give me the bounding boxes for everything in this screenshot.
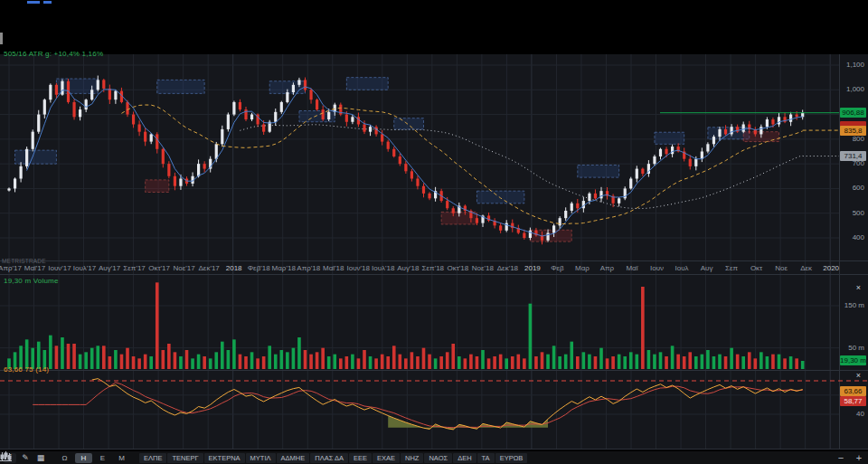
ticker-button-ΔΕΗ[interactable]: ΔΕΗ — [453, 453, 476, 463]
ticker-button-ΤΑ[interactable]: ΤΑ — [477, 453, 495, 463]
rsi-pane-close-icon[interactable]: × — [854, 371, 863, 381]
time-axis-label: 2019 — [519, 264, 546, 272]
price-pane-legend: 505/16 ATR g: +10,4% 1,16% — [4, 50, 103, 58]
time-axis-label: Μαϊ'17 — [22, 264, 49, 272]
ticker-button-ΕΛΠΕ[interactable]: ΕΛΠΕ — [139, 453, 166, 463]
ticker-button-ΝΗΖ[interactable]: ΝΗΖ — [401, 453, 423, 463]
time-axis-label: Οκτ'18 — [444, 264, 471, 272]
time-axis-label: Απρ'17 — [0, 264, 24, 272]
ticker-button-ΤΕΝΕΡΓ[interactable]: ΤΕΝΕΡΓ — [167, 453, 203, 463]
price-axis-tick: 400 — [853, 233, 864, 241]
time-axis-label: Αυγ'18 — [394, 264, 421, 272]
zoom-out-icon[interactable]: − — [835, 453, 846, 463]
time-axis-label: Σεπ'18 — [420, 264, 447, 272]
ticker-button-ΜΥΤΙΛ[interactable]: ΜΥΤΙΛ — [246, 453, 276, 463]
time-axis-label: Απρ'18 — [295, 264, 322, 272]
time-axis-label: Μαϊ — [618, 264, 646, 272]
time-axis-label: Οκτ — [743, 264, 770, 272]
rsi-pane-legend: 63,66 75 (14) — [4, 365, 49, 374]
timeframe-button-Ω[interactable]: Ω — [56, 453, 73, 463]
time-axis-label: Νοε'17 — [171, 264, 198, 272]
ticker-button-ΕΧΑΕ[interactable]: ΕΧΑΕ — [373, 453, 400, 463]
last-price-label: 906,88 — [840, 108, 866, 118]
time-axis-label: Δεκ'17 — [195, 264, 222, 272]
time-axis-label: Δεκ'18 — [494, 264, 521, 272]
ma-long-price-label: 731,4 — [840, 151, 866, 161]
ticker-button-ΕΚΤΕΡΝΑ[interactable]: ΕΚΤΕΡΝΑ — [204, 453, 245, 463]
volume-current-label: 19,30 m — [840, 355, 866, 365]
draw-tool-icon[interactable]: ✎ — [19, 453, 32, 463]
toolbar-right-group: − + — [835, 453, 864, 463]
time-axis-label: Σεπ — [718, 264, 745, 272]
time-axis-label: Ιουν'17 — [46, 264, 73, 272]
ticker-group: ΕΛΠΕΤΕΝΕΡΓΕΚΤΕΡΝΑΜΥΤΙΛΑΔΜΗΕΠΛΑΣ ΔΑΕΕΕΕΧΑ… — [139, 453, 528, 463]
time-axis-label: Φεβ — [543, 264, 571, 272]
chart-canvas[interactable] — [0, 0, 868, 464]
time-axis-label: Σεπ'17 — [121, 264, 148, 272]
time-axis-label: Δεκ — [793, 264, 820, 272]
price-axis-tick: 1,100 — [846, 61, 864, 69]
volume-pane-close-icon[interactable]: × — [854, 283, 863, 293]
rsi-value-label: 63,66 — [840, 386, 866, 396]
time-axis-label: Φεβ'18 — [245, 264, 272, 272]
timeframe-button-Ε[interactable]: Ε — [94, 453, 111, 463]
bottom-toolbar: i ✎ ▦ ΩΗΕΜ ΕΛΠΕΤΕΝΕΡΓΕΚΤΕΡΝΑΜΥΤΙΛΑΔΜΗΕΠΛ… — [0, 450, 868, 464]
price-axis-tick: 500 — [853, 209, 864, 217]
time-axis-label: Νοε — [768, 264, 795, 272]
ticker-button-ΝΑΟΣ[interactable]: ΝΑΟΣ — [424, 453, 452, 463]
chart-background — [0, 54, 868, 450]
price-axis-tick: 800 — [853, 135, 864, 143]
volume-axis-tick: 50 m — [848, 344, 864, 352]
time-axis-label: Μαρ — [569, 264, 596, 272]
time-axis-label: Μαρ'18 — [270, 264, 297, 272]
zoom-in-icon[interactable]: + — [854, 453, 864, 463]
time-axis-label: Μαϊ'18 — [320, 264, 347, 272]
time-axis-label: Ιουν'18 — [344, 264, 372, 272]
rsi-signal-label: 58,77 — [840, 396, 866, 406]
pane-watermark: METRISTRADE — [2, 258, 46, 264]
ticker-button-ΑΔΜΗΕ[interactable]: ΑΔΜΗΕ — [277, 453, 310, 463]
timeframe-group: ΩΗΕΜ — [56, 453, 130, 463]
ma-medium-price-label: 835,8 — [840, 126, 866, 136]
price-axis-tick: 1,000 — [846, 85, 864, 93]
time-axis-label: Ιουλ'18 — [370, 264, 397, 272]
grid-view-icon[interactable]: ▦ — [34, 453, 47, 463]
ticker-button-ΠΛΑΣ-ΔΑ[interactable]: ΠΛΑΣ ΔΑ — [310, 453, 348, 463]
ticker-button-ΕΕΕ[interactable]: ΕΕΕ — [349, 453, 372, 463]
ticker-button-ΕΥΡΩΒ[interactable]: ΕΥΡΩΒ — [495, 453, 528, 463]
rsi-axis-tick: 40 — [856, 410, 864, 418]
timeframe-button-Η[interactable]: Η — [75, 453, 92, 463]
histogram-icon[interactable] — [0, 451, 12, 461]
price-axis-tick: 600 — [853, 184, 864, 192]
time-axis-label: Αυγ'17 — [96, 264, 123, 272]
trading-app-window: 1,1001,000900800700600500400150 m50 m604… — [0, 0, 868, 464]
time-axis-label: 2020 — [817, 264, 844, 272]
time-axis-label: Αυγ — [693, 264, 721, 272]
time-axis-label: Απρ — [593, 264, 620, 272]
time-axis-label: Ιουλ'17 — [71, 264, 99, 272]
volume-axis-tick: 150 m — [844, 301, 864, 309]
time-axis-label: Νοε'18 — [469, 264, 496, 272]
timeframe-button-Μ[interactable]: Μ — [113, 453, 130, 463]
time-axis-label: Οκτ'17 — [146, 264, 173, 272]
volume-pane-legend: 19,30 m Volume — [4, 277, 59, 285]
time-axis-label: Ιουλ — [668, 264, 695, 272]
time-axis-label: 2018 — [221, 264, 248, 272]
time-axis-label: Ιουν — [644, 264, 671, 272]
